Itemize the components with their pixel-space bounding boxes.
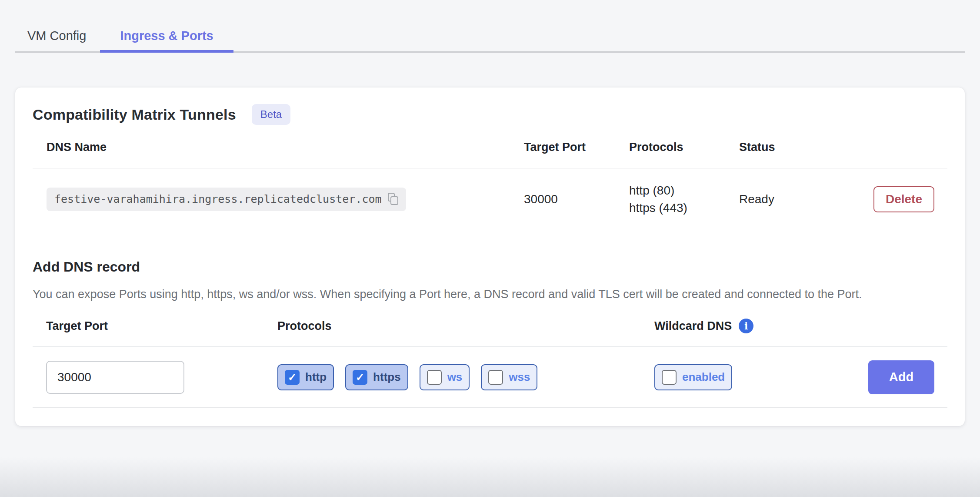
- delete-button[interactable]: Delete: [873, 186, 934, 212]
- card-title-row: Compatibility Matrix Tunnels Beta: [33, 104, 947, 125]
- form-col-wildcard-dns: Wildcard DNS i: [654, 319, 867, 346]
- protocol-checkbox-wss[interactable]: wss: [481, 364, 537, 390]
- copy-icon[interactable]: [388, 193, 399, 206]
- target-port-input[interactable]: [46, 361, 184, 394]
- wildcard-enabled-label: enabled: [682, 370, 725, 384]
- protocol-label: wss: [509, 370, 530, 384]
- protocol-line: https (443): [629, 201, 739, 215]
- status-cell: Ready: [739, 192, 867, 206]
- actions-cell: Delete: [867, 186, 947, 212]
- form-col-actions: [867, 326, 947, 339]
- protocol-checkbox-ws[interactable]: ws: [420, 364, 470, 390]
- add-dns-heading: Add DNS record: [33, 259, 947, 275]
- add-dns-description: You can expose Ports using http, https, …: [33, 285, 929, 303]
- add-button[interactable]: Add: [868, 360, 934, 394]
- table-row: festive-varahamihira.ingress.replicatedc…: [33, 168, 947, 230]
- tunnels-table-header: DNS Name Target Port Protocols Status: [33, 125, 947, 168]
- wildcard-enabled-checkbox[interactable]: enabled: [654, 364, 732, 390]
- protocols-cell: http (80) https (443): [629, 184, 739, 215]
- dns-name-cell: festive-varahamihira.ingress.replicatedc…: [33, 188, 524, 211]
- beta-badge: Beta: [252, 104, 290, 125]
- tab-vm-config[interactable]: VM Config: [15, 17, 100, 53]
- col-target-port: Target Port: [524, 141, 629, 168]
- checkbox-icon: [427, 370, 442, 385]
- col-dns-name: DNS Name: [33, 141, 524, 168]
- add-cell: Add: [867, 360, 947, 394]
- tab-bar: VM Config Ingress & Ports: [15, 0, 965, 53]
- add-dns-form-header: Target Port Protocols Wildcard DNS i: [33, 319, 947, 347]
- col-protocols: Protocols: [629, 141, 739, 168]
- checkbox-icon: [488, 370, 503, 385]
- dns-name-pill: festive-varahamihira.ingress.replicatedc…: [47, 188, 406, 211]
- protocol-checkbox-https[interactable]: https: [345, 364, 408, 390]
- add-dns-form-row: http https ws wss enabled Add: [33, 347, 947, 408]
- protocol-line: http (80): [629, 184, 739, 198]
- protocol-label: ws: [447, 370, 463, 384]
- card-title: Compatibility Matrix Tunnels: [33, 106, 236, 123]
- checkbox-icon: [285, 370, 300, 385]
- col-status: Status: [739, 141, 867, 168]
- target-port-field-cell: [33, 361, 277, 394]
- tab-ingress-ports[interactable]: Ingress & Ports: [100, 17, 233, 53]
- protocol-label: https: [373, 370, 401, 384]
- checkbox-icon: [353, 370, 367, 385]
- target-port-cell: 30000: [524, 192, 629, 206]
- protocol-chips: http https ws wss: [277, 364, 654, 390]
- info-icon[interactable]: i: [739, 319, 753, 333]
- form-col-target-port: Target Port: [33, 319, 277, 346]
- dns-name-text: festive-varahamihira.ingress.replicatedc…: [54, 193, 382, 205]
- wildcard-dns-label: Wildcard DNS: [654, 319, 732, 333]
- checkbox-icon: [662, 370, 677, 385]
- protocol-checkbox-http[interactable]: http: [277, 364, 334, 390]
- wildcard-cell: enabled: [654, 364, 867, 390]
- compatibility-matrix-card: Compatibility Matrix Tunnels Beta DNS Na…: [15, 87, 965, 426]
- protocol-label: http: [305, 370, 327, 384]
- col-actions: [867, 148, 947, 161]
- form-col-protocols: Protocols: [277, 319, 654, 346]
